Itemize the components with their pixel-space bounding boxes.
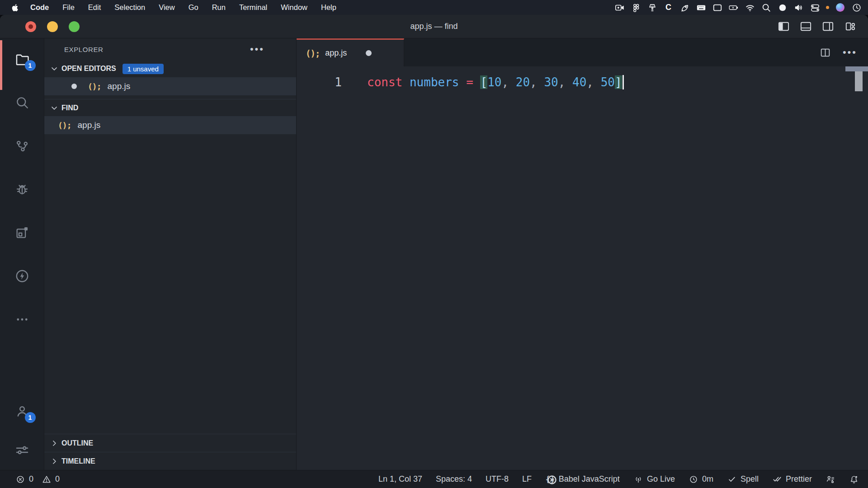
- tab-appjs[interactable]: (); app.js: [297, 38, 404, 66]
- menu-window[interactable]: Window: [274, 3, 314, 12]
- menu-terminal[interactable]: Terminal: [232, 3, 274, 12]
- tab-modified-dot-icon[interactable]: [366, 50, 372, 56]
- timeline-section-header[interactable]: TIMELINE: [44, 452, 296, 470]
- minimize-button[interactable]: [47, 21, 58, 32]
- token-30: 30: [544, 75, 558, 89]
- split-editor-icon[interactable]: [820, 47, 831, 58]
- cursor-position[interactable]: Ln 1, Col 37: [378, 474, 422, 484]
- battery-charging-icon[interactable]: [728, 2, 739, 13]
- apple-menu-icon[interactable]: [11, 3, 20, 12]
- problems-errors[interactable]: 0: [15, 474, 33, 484]
- timer-label: 0m: [702, 474, 713, 484]
- menu-selection[interactable]: Selection: [108, 3, 152, 12]
- editor-group: (); app.js ••• 1 const numbers = [10, 20…: [297, 38, 868, 470]
- open-editor-file-name: app.js: [108, 81, 131, 91]
- indentation[interactable]: Spaces: 4: [436, 474, 472, 484]
- more-icon[interactable]: [9, 307, 35, 332]
- outline-section-header[interactable]: OUTLINE: [44, 434, 296, 452]
- explorer-icon[interactable]: 1: [9, 47, 35, 72]
- menu-edit[interactable]: Edit: [81, 3, 108, 12]
- token-20: 20: [516, 75, 530, 89]
- editor-more-icon[interactable]: •••: [843, 50, 857, 55]
- rocket-icon[interactable]: [679, 2, 690, 13]
- notifications[interactable]: [849, 474, 859, 484]
- clock-icon[interactable]: [851, 2, 862, 13]
- code-line-1: 1 const numbers = [10, 20, 30, 40, 50]: [297, 73, 868, 92]
- modified-dot-icon[interactable]: [71, 84, 77, 89]
- token-space: [473, 75, 481, 89]
- spell-label: Spell: [741, 474, 759, 484]
- encoding[interactable]: UTF-8: [486, 474, 509, 484]
- extensions-icon[interactable]: [9, 220, 35, 245]
- timer[interactable]: 0m: [689, 474, 713, 484]
- menu-file[interactable]: File: [56, 3, 81, 12]
- settings-sliders-icon[interactable]: [9, 437, 35, 463]
- orange-dot-indicator: [826, 6, 829, 9]
- explorer-more-icon[interactable]: •••: [250, 47, 264, 52]
- tab-bar: (); app.js •••: [297, 38, 868, 66]
- prettier[interactable]: Prettier: [772, 474, 812, 484]
- layout-customize-icon[interactable]: [844, 20, 856, 33]
- search-icon[interactable]: [9, 90, 35, 115]
- source-control-icon[interactable]: [9, 133, 35, 159]
- explorer-badge: 1: [25, 60, 36, 71]
- token-50: 50: [601, 75, 615, 89]
- volume-icon[interactable]: [793, 2, 804, 13]
- keyboard-icon[interactable]: [696, 2, 706, 13]
- menu-run[interactable]: Run: [205, 3, 232, 12]
- token-equals: =: [466, 75, 473, 89]
- video-camera-icon[interactable]: [614, 2, 625, 13]
- minimap-slider[interactable]: [855, 71, 863, 91]
- spell-checker[interactable]: Spell: [727, 474, 759, 484]
- account-badge: 1: [25, 412, 36, 423]
- minimap[interactable]: [845, 66, 868, 107]
- error-icon: [15, 474, 25, 484]
- language-label: Babel JavaScript: [559, 474, 620, 484]
- zoom-button[interactable]: [69, 21, 80, 32]
- account-icon[interactable]: 1: [9, 399, 35, 424]
- panel-bottom-icon[interactable]: [800, 20, 812, 33]
- menu-help[interactable]: Help: [314, 3, 343, 12]
- circle-icon[interactable]: [777, 2, 788, 13]
- go-live[interactable]: Go Live: [633, 474, 675, 484]
- eol-sequence[interactable]: LF: [522, 474, 532, 484]
- figma-icon[interactable]: [631, 2, 641, 13]
- thunder-icon[interactable]: [9, 263, 35, 289]
- tab-label: app.js: [325, 48, 347, 58]
- title-bar[interactable]: app.js — find: [0, 15, 868, 38]
- language-mode[interactable]: {} Babel JavaScript: [545, 474, 620, 484]
- menu-go[interactable]: Go: [182, 3, 205, 12]
- spotlight-search-icon[interactable]: [761, 2, 771, 13]
- window-icon[interactable]: [712, 2, 722, 13]
- spray-icon[interactable]: [647, 2, 657, 13]
- desktop: Code File Edit Selection View Go Run Ter…: [0, 0, 868, 488]
- vscode-window: app.js — find 1: [0, 15, 868, 488]
- token-40: 40: [572, 75, 586, 89]
- panel-right-icon[interactable]: [822, 20, 834, 33]
- status-right: Ln 1, Col 37 Spaces: 4 UTF-8 LF {} Babel…: [378, 474, 859, 484]
- bell-icon: [849, 474, 859, 484]
- c-logo-icon[interactable]: C: [663, 2, 674, 13]
- siri-icon[interactable]: [835, 2, 845, 13]
- clock-icon: [689, 474, 698, 484]
- token-space: [402, 75, 410, 89]
- debug-icon[interactable]: [9, 177, 35, 202]
- token-10: 10: [487, 75, 501, 89]
- menu-code[interactable]: Code: [24, 3, 56, 12]
- panel-left-icon[interactable]: [778, 20, 790, 33]
- menu-view[interactable]: View: [152, 3, 181, 12]
- file-item-appjs[interactable]: (); app.js: [44, 116, 296, 134]
- open-editors-header[interactable]: OPEN EDITORS 1 unsaved: [44, 60, 296, 77]
- token-comma: ,: [501, 75, 515, 89]
- close-button[interactable]: [25, 21, 36, 32]
- open-editor-item-appjs[interactable]: (); app.js: [44, 77, 296, 95]
- problems-warnings[interactable]: 0: [42, 474, 60, 484]
- window-controls: [0, 21, 80, 32]
- toggles-icon[interactable]: [810, 2, 820, 13]
- chevron-right-icon: [50, 457, 59, 466]
- feedback[interactable]: [826, 474, 835, 484]
- braces-icon: {}: [545, 474, 555, 484]
- wifi-icon[interactable]: [745, 2, 755, 13]
- find-section-header[interactable]: FIND: [44, 99, 296, 116]
- editor-content[interactable]: 1 const numbers = [10, 20, 30, 40, 50]: [297, 66, 868, 470]
